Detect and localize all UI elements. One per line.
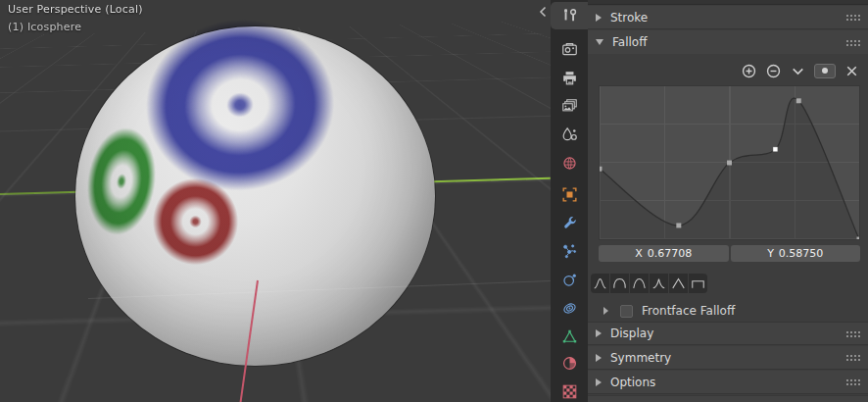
sidebar-collapse-icon[interactable] bbox=[537, 4, 549, 20]
chevron-down-icon bbox=[596, 39, 603, 45]
curve-specials-menu-icon[interactable] bbox=[790, 63, 806, 79]
tab-scene[interactable] bbox=[551, 121, 588, 148]
tab-view-layer[interactable] bbox=[551, 92, 588, 120]
chevron-right-icon bbox=[596, 378, 602, 386]
zoom-out-icon[interactable] bbox=[765, 63, 782, 79]
chevron-right-icon bbox=[596, 329, 602, 337]
display-panel-label: Display bbox=[610, 327, 653, 340]
chevron-right-icon bbox=[596, 354, 602, 362]
blender-window: User Perspective (Local) (1) Icosphere bbox=[0, 0, 868, 402]
point-y-field[interactable]: Y 0.58750 bbox=[731, 245, 861, 262]
tab-object[interactable] bbox=[551, 180, 588, 208]
curve-point bbox=[857, 237, 859, 239]
curve-point-selected bbox=[773, 147, 778, 152]
panel-header-falloff[interactable]: Falloff bbox=[588, 30, 868, 54]
symmetry-panel-label: Symmetry bbox=[610, 351, 671, 365]
preset-constant-button[interactable] bbox=[689, 274, 707, 293]
tab-tool[interactable] bbox=[551, 2, 588, 29]
drag-handle-icon[interactable] bbox=[845, 378, 860, 385]
curve-point-coordinates: X 0.67708 Y 0.58750 bbox=[599, 245, 860, 262]
drag-handle-icon[interactable] bbox=[845, 39, 860, 46]
tab-material[interactable] bbox=[551, 349, 588, 377]
tab-output[interactable] bbox=[551, 64, 588, 91]
falloff-panel-label: Falloff bbox=[612, 35, 647, 49]
falloff-panel-body: X 0.67708 Y 0.58750 bbox=[588, 54, 868, 322]
y-value: 0.58750 bbox=[779, 247, 824, 260]
frontface-falloff-label: Frontface Falloff bbox=[642, 304, 735, 318]
viewport-3d[interactable]: User Perspective (Local) (1) Icosphere bbox=[0, 0, 551, 402]
panel-header-display[interactable]: Display bbox=[588, 322, 868, 345]
tab-data[interactable] bbox=[551, 323, 588, 350]
tab-texture[interactable] bbox=[551, 377, 588, 402]
curve-point bbox=[796, 98, 801, 103]
curve-point bbox=[676, 223, 681, 227]
delete-point-icon[interactable] bbox=[844, 63, 860, 79]
properties-panel: Stroke Falloff bbox=[588, 0, 868, 402]
clipped-panel-below bbox=[588, 395, 868, 402]
clipping-toggle-button[interactable] bbox=[814, 64, 836, 78]
options-panel-label: Options bbox=[610, 376, 655, 389]
tab-constraints[interactable] bbox=[551, 294, 588, 322]
drag-handle-icon[interactable] bbox=[845, 330, 860, 337]
x-value: 0.67708 bbox=[648, 247, 693, 260]
tab-physics[interactable] bbox=[551, 266, 588, 293]
drag-handle-icon[interactable] bbox=[845, 354, 860, 361]
preset-smooth-button[interactable] bbox=[591, 274, 609, 293]
falloff-curve-widget[interactable] bbox=[599, 85, 860, 240]
frontface-falloff-checkbox[interactable] bbox=[620, 305, 633, 318]
viewport-object-label: (1) Icosphere bbox=[8, 21, 81, 33]
stroke-panel-label: Stroke bbox=[610, 11, 648, 25]
viewport-view-label: User Perspective (Local) bbox=[8, 3, 143, 16]
frontface-falloff-row[interactable]: Frontface Falloff bbox=[588, 299, 868, 323]
curve-toolbar bbox=[741, 63, 860, 78]
preset-linear-button[interactable] bbox=[669, 274, 688, 293]
panel-header-symmetry[interactable]: Symmetry bbox=[588, 346, 868, 370]
falloff-curve[interactable] bbox=[600, 86, 859, 239]
y-label: Y bbox=[767, 247, 774, 260]
panel-header-options[interactable]: Options bbox=[588, 371, 868, 394]
chevron-right-icon bbox=[596, 14, 602, 22]
clipped-panel-above bbox=[588, 0, 868, 5]
panel-header-stroke[interactable]: Stroke bbox=[588, 6, 868, 29]
preset-root-button[interactable] bbox=[630, 274, 649, 293]
tab-world[interactable] bbox=[551, 149, 588, 176]
curve-point bbox=[727, 161, 732, 166]
tab-modifiers[interactable] bbox=[551, 209, 588, 236]
properties-tab-strip bbox=[551, 0, 588, 402]
tab-render[interactable] bbox=[551, 35, 588, 63]
chevron-right-icon bbox=[603, 307, 608, 315]
red-paint-ring bbox=[152, 177, 239, 266]
point-x-field[interactable]: X 0.67708 bbox=[599, 245, 729, 262]
preset-sharp-button[interactable] bbox=[650, 274, 668, 293]
curve-preset-buttons bbox=[591, 274, 707, 293]
clipping-dot-icon bbox=[822, 68, 828, 74]
drag-handle-icon[interactable] bbox=[845, 14, 860, 21]
x-label: X bbox=[635, 247, 643, 260]
preset-sphere-button[interactable] bbox=[610, 274, 629, 293]
curve-point bbox=[600, 167, 602, 172]
zoom-in-icon[interactable] bbox=[741, 63, 757, 79]
tab-particles[interactable] bbox=[551, 237, 588, 265]
